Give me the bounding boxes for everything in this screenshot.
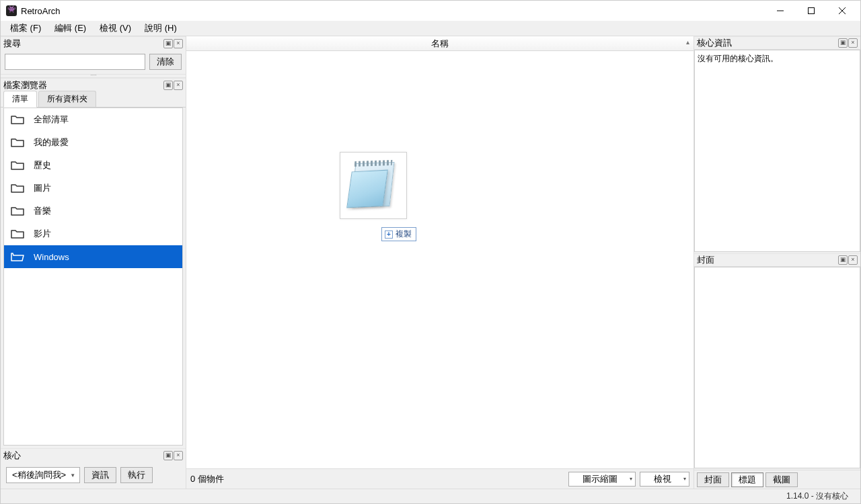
close-panel-icon[interactable]: × (848, 255, 858, 265)
app-title: RetroArch (21, 6, 61, 16)
detach-icon[interactable]: ▣ (163, 451, 173, 460)
clear-search-button[interactable]: 清除 (149, 54, 182, 70)
plus-icon: + (385, 230, 393, 239)
cover-tabs: 封面 標題 截圖 (694, 470, 860, 489)
core-panel-title: 核心 (3, 450, 163, 462)
search-panel-header: 搜尋 ▣ × (1, 36, 186, 50)
detach-icon[interactable]: ▣ (838, 255, 848, 265)
browser-tabs: 清單 所有資料夾 (1, 91, 186, 108)
minimize-button[interactable] (765, 1, 796, 21)
list-item-label: 我的最愛 (34, 136, 69, 149)
window-buttons (765, 1, 858, 21)
menu-view[interactable]: 檢視 (V) (94, 21, 137, 36)
svg-rect-1 (809, 8, 815, 14)
thumbnail-mode-select[interactable]: 圖示縮圖 ▾ (568, 472, 636, 487)
browser-panel-header: 檔案瀏覽器 ▣ × (1, 78, 186, 91)
core-select-value: <稍後詢問我> (12, 469, 66, 481)
view-mode-select[interactable]: 檢視 ▾ (640, 472, 689, 487)
drop-hint: + 複製 (381, 227, 416, 241)
thumbnail-mode-value: 圖示縮圖 (583, 473, 617, 485)
core-info-text: 沒有可用的核心資訊。 (698, 54, 778, 63)
list-item-label: 影片 (34, 228, 51, 240)
menu-bar: 檔案 (F) 編輯 (E) 檢視 (V) 說明 (H) (1, 21, 860, 36)
core-select[interactable]: <稍後詢問我> ▼ (6, 467, 80, 483)
list-item[interactable]: 我的最愛 (4, 131, 182, 154)
list-item-label: 全部清單 (34, 114, 69, 126)
browser-panel-title: 檔案瀏覽器 (3, 79, 163, 91)
tab-all-folders[interactable]: 所有資料夾 (38, 91, 96, 107)
detach-icon[interactable]: ▣ (163, 39, 173, 48)
folder-icon (11, 228, 24, 239)
search-row: 清除 (1, 50, 186, 74)
chevron-down-icon: ▼ (70, 472, 75, 478)
list-item[interactable]: 音樂 (4, 200, 182, 222)
close-panel-icon[interactable]: × (848, 38, 858, 48)
right-column: 核心資訊 ▣ × 沒有可用的核心資訊。 封面 ▣ × 封面 標題 截圖 (694, 36, 860, 489)
folder-icon (11, 183, 24, 194)
close-button[interactable] (827, 1, 858, 21)
core-info-button[interactable]: 資訊 (84, 467, 116, 483)
list-item-label: Windows (34, 252, 69, 262)
close-panel-icon[interactable]: × (174, 451, 183, 460)
list-item[interactable]: 影片 (4, 222, 182, 245)
tab-list[interactable]: 清單 (3, 91, 37, 108)
core-info-panel-title: 核心資訊 (697, 37, 837, 49)
close-panel-icon[interactable]: × (174, 39, 183, 48)
core-run-button[interactable]: 執行 (120, 467, 153, 483)
list-item-label: 圖片 (34, 182, 51, 194)
menu-help[interactable]: 說明 (H) (139, 21, 182, 36)
list-item-label: 歷史 (34, 159, 51, 171)
view-mode-value: 檢視 (654, 473, 671, 485)
search-input[interactable] (5, 54, 145, 70)
menu-edit[interactable]: 編輯 (E) (49, 21, 91, 36)
folder-icon (11, 206, 24, 216)
tab-title-button[interactable]: 標題 (731, 472, 763, 487)
tab-cover-button[interactable]: 封面 (697, 472, 729, 487)
column-header-name[interactable]: 名稱 ▴ (186, 36, 694, 51)
cover-panel-header: 封面 ▣ × (694, 253, 860, 267)
center-status-bar: 0 個物件 圖示縮圖 ▾ 檢視 ▾ (186, 468, 694, 489)
list-item[interactable]: 全部清單 (4, 108, 182, 131)
list-item[interactable]: 歷史 (4, 154, 182, 177)
list-item[interactable]: 圖片 (4, 177, 182, 200)
splitter[interactable] (1, 74, 186, 78)
file-list: 全部清單 我的最愛 歷史 圖片 音樂 (3, 108, 183, 446)
notepad-icon (346, 159, 400, 212)
core-panel-header: 核心 ▣ × (1, 448, 186, 462)
dragged-item-thumbnail (340, 152, 407, 219)
chevron-down-icon: ▾ (683, 476, 686, 482)
tab-screenshot-button[interactable]: 截圖 (765, 472, 798, 487)
folder-icon (11, 114, 24, 125)
version-core-status: 1.14.0 - 沒有核心 (786, 491, 848, 502)
main-row: 搜尋 ▣ × 清除 檔案瀏覽器 ▣ × 清單 所有資 (1, 36, 860, 489)
main-window: RetroArch 檔案 (F) 編輯 (E) 檢視 (V) 說明 (H) 搜尋… (0, 0, 861, 504)
folder-open-icon (11, 251, 24, 262)
cover-content (694, 267, 860, 469)
app-icon (6, 5, 17, 16)
left-column: 搜尋 ▣ × 清除 檔案瀏覽器 ▣ × 清單 所有資 (1, 36, 186, 489)
global-status-bar: 1.14.0 - 沒有核心 (1, 489, 860, 503)
center-column: 名稱 ▴ + 複製 0 個物件 (186, 36, 694, 489)
close-panel-icon[interactable]: × (174, 81, 183, 90)
detach-icon[interactable]: ▣ (838, 38, 848, 48)
title-bar: RetroArch (1, 1, 860, 21)
menu-file[interactable]: 檔案 (F) (5, 21, 46, 36)
detach-icon[interactable]: ▣ (163, 81, 173, 90)
content-canvas[interactable]: + 複製 0 個物件 圖示縮圖 ▾ 檢視 ▾ (186, 51, 694, 489)
list-item[interactable]: Windows (4, 245, 182, 268)
list-item-label: 音樂 (34, 205, 51, 217)
core-row: <稍後詢問我> ▼ 資訊 執行 (1, 462, 186, 489)
search-panel-title: 搜尋 (3, 38, 163, 50)
column-header-label: 名稱 (431, 38, 449, 50)
item-count: 0 個物件 (190, 473, 224, 485)
cover-panel-title: 封面 (697, 254, 837, 266)
folder-icon (11, 137, 24, 148)
maximize-button[interactable] (796, 1, 827, 21)
core-info-content: 沒有可用的核心資訊。 (694, 50, 860, 252)
drop-hint-label: 複製 (396, 228, 412, 240)
core-info-panel-header: 核心資訊 ▣ × (694, 36, 860, 50)
sort-ascending-icon: ▴ (686, 38, 689, 46)
chevron-down-icon: ▾ (630, 476, 632, 482)
folder-icon (11, 160, 24, 171)
